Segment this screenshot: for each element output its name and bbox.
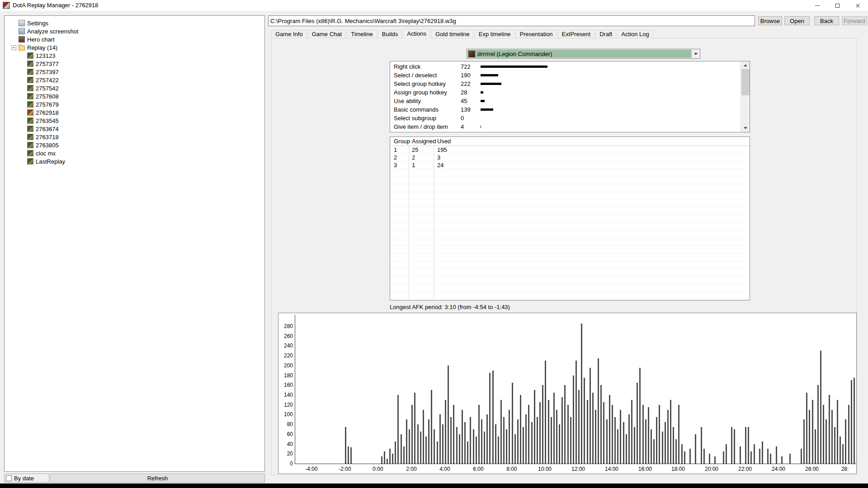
chart-bar [395, 441, 396, 464]
tree-item-replay-14[interactable]: Replay (14) [5, 43, 264, 52]
scroll-down-icon[interactable] [741, 124, 750, 132]
chart-bar [484, 432, 485, 464]
tab-builds[interactable]: Builds [378, 30, 402, 38]
tree-item-replay-123123[interactable]: 123123 [5, 52, 264, 60]
table-row: 223 [390, 154, 750, 161]
chart-bar [689, 449, 691, 464]
chart-bar [803, 419, 805, 464]
tab-draft[interactable]: Draft [595, 30, 616, 38]
y-tick-label: 60 [278, 431, 293, 437]
table-row-empty [390, 284, 750, 292]
tab-game-info[interactable]: Game Info [271, 30, 307, 38]
tree-item-replay-2757377[interactable]: 2757377 [5, 60, 264, 68]
tree-item-replay-2757422[interactable]: 2757422 [5, 76, 264, 84]
tree-item-replay-2757608[interactable]: 2757608 [5, 92, 264, 100]
tree-item-analyze-screenshot[interactable]: Analyze screenshot [5, 27, 264, 35]
chart-bar [823, 405, 824, 464]
chart-bar [520, 395, 521, 464]
open-button[interactable]: Open [784, 16, 810, 25]
x-tick-label: 20:00 [702, 466, 722, 472]
control-groups-table: GroupAssignedUsed 1251952233124 [390, 136, 750, 300]
chart-bar [734, 429, 735, 464]
table-row: 3124 [390, 161, 750, 169]
chart-bar [789, 454, 791, 464]
tree-item-replay-2757542[interactable]: 2757542 [5, 84, 264, 92]
tree-item-replay-2763545[interactable]: 2763545 [5, 117, 264, 125]
chart-bar [709, 454, 710, 464]
replay-file-icon [27, 126, 33, 132]
table-row-empty [390, 184, 750, 192]
scrollbar-thumb[interactable] [741, 69, 750, 95]
forward-button[interactable]: Forward [842, 16, 867, 25]
chart-bar [606, 419, 608, 464]
chart-bar [812, 400, 813, 464]
refresh-button[interactable]: Refresh [50, 474, 265, 483]
column-header-assigned: Assigned [409, 137, 434, 145]
chart-bar [517, 419, 519, 464]
chart-bar [556, 410, 557, 464]
window-controls [807, 0, 868, 11]
chart-bar [600, 385, 602, 464]
replay-file-icon [27, 150, 33, 156]
replay-file-icon [27, 158, 33, 164]
tab-exp-timeline[interactable]: Exp timeline [475, 30, 515, 38]
tree-item-replay-2763674[interactable]: 2763674 [5, 125, 264, 133]
maximize-button[interactable] [827, 0, 848, 11]
close-button[interactable] [848, 0, 868, 11]
tab-gold-timeline[interactable]: Gold timeline [431, 30, 474, 38]
tree-item-replay-2763718[interactable]: 2763718 [5, 133, 264, 141]
checkbox-icon[interactable] [6, 475, 12, 481]
chart-bar [592, 393, 594, 464]
replay-file-icon [27, 117, 33, 124]
chart-bar [609, 395, 610, 464]
chart-bar [623, 422, 624, 464]
tab-extpresent[interactable]: ExtPresent [558, 30, 595, 38]
by-date-checkbox[interactable]: By date [4, 474, 49, 483]
tree-item-hero-chart[interactable]: Hero chart [5, 35, 264, 43]
tree-item-label: Replay (14) [27, 44, 57, 51]
tree-item-replay-2757679[interactable]: 2757679 [5, 100, 264, 108]
chart-bar [542, 385, 543, 464]
tree-item-replay-2763805[interactable]: 2763805 [5, 141, 264, 149]
close-icon [855, 3, 860, 8]
table-row-empty [390, 230, 750, 238]
tree-item-label: 2763545 [36, 117, 59, 124]
maximize-icon [835, 4, 840, 8]
collapse-toggle-icon[interactable] [11, 45, 16, 50]
back-button[interactable]: Back [814, 16, 839, 25]
tree-item-replay-2757397[interactable]: 2757397 [5, 68, 264, 76]
tab-presentation[interactable]: Presentation [516, 30, 557, 38]
tree-item-replay-2762918[interactable]: 2762918 [5, 108, 264, 117]
table-row-empty [390, 246, 750, 253]
browse-button[interactable]: Browse [758, 16, 782, 25]
column-header-used: Used [434, 137, 750, 145]
player-select[interactable]: drrrrrel (Legion Commander) [467, 49, 700, 59]
tab-timeline[interactable]: Timeline [347, 30, 377, 38]
chart-bar [381, 456, 382, 464]
tab-game-chat[interactable]: Game Chat [308, 30, 346, 38]
chart-bar [656, 417, 657, 464]
chart-bar [414, 393, 415, 464]
player-select-dropdown-button[interactable] [691, 50, 699, 58]
y-tick-label: 0 [278, 460, 293, 467]
chart-bar [498, 436, 499, 464]
scroll-up-icon[interactable] [741, 61, 750, 69]
table-row: 125195 [390, 146, 750, 154]
action-stat-bar [481, 126, 481, 128]
chart-bar [714, 456, 716, 464]
tree-item-label: Settings [27, 20, 48, 27]
x-tick-label: 8:00 [502, 466, 522, 472]
chart-bar [512, 383, 513, 464]
tree-item-replay-cloc-mx[interactable]: cloc mx [5, 149, 264, 157]
minimize-button[interactable] [807, 0, 827, 11]
chart-bar [854, 378, 855, 464]
stats-scrollbar[interactable] [741, 61, 750, 132]
y-tick-label: 20 [278, 450, 293, 457]
replay-path-input[interactable] [268, 15, 755, 26]
chart-bar [578, 390, 580, 464]
y-tick-label: 40 [278, 441, 293, 447]
tab-actions[interactable]: Actions [403, 29, 430, 38]
tree-item-replay-lastreplay[interactable]: LastReplay [5, 157, 264, 165]
tree-item-settings[interactable]: Settings [5, 19, 264, 27]
tab-action-log[interactable]: Action Log [617, 30, 653, 38]
